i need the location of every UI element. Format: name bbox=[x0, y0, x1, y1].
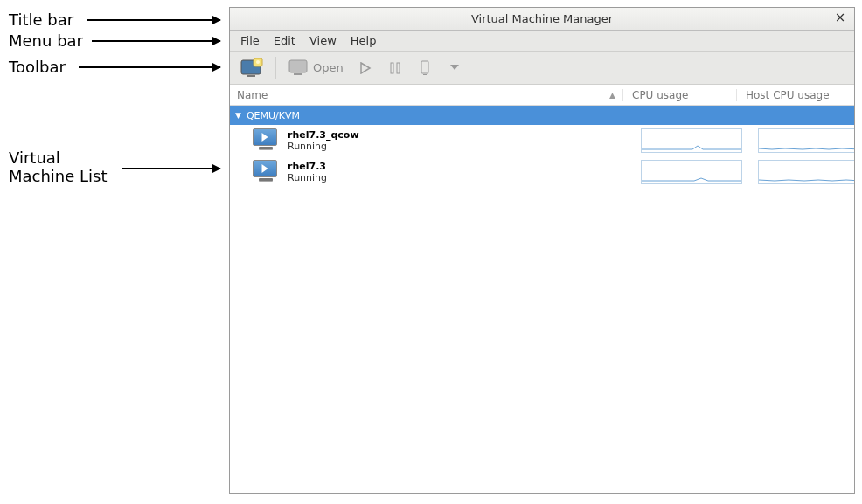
run-button[interactable] bbox=[352, 55, 379, 81]
shutdown-icon bbox=[419, 60, 431, 76]
new-vm-button[interactable] bbox=[235, 55, 268, 81]
vm-name: rhel7.3 bbox=[288, 161, 629, 172]
column-header-host-cpu[interactable]: Host CPU usage bbox=[737, 89, 854, 101]
vm-status: Running bbox=[288, 172, 629, 183]
svg-rect-7 bbox=[391, 63, 393, 73]
app-window: Virtual Machine Manager × File Edit View… bbox=[229, 7, 855, 494]
vm-list: ▼ QEMU/KVM rhel7.3_qcow Running bbox=[230, 106, 854, 493]
open-vm-button[interactable]: Open bbox=[283, 55, 349, 81]
svg-point-3 bbox=[256, 60, 260, 64]
vm-status: Running bbox=[288, 141, 629, 152]
monitor-new-icon bbox=[240, 58, 263, 79]
svg-rect-8 bbox=[397, 63, 400, 73]
menu-help[interactable]: Help bbox=[344, 32, 384, 49]
annotation-menu-bar: Menu bar bbox=[9, 31, 83, 50]
svg-rect-4 bbox=[289, 60, 307, 72]
chevron-down-icon: ▼ bbox=[235, 111, 241, 120]
connection-row[interactable]: ▼ QEMU/KVM bbox=[230, 106, 854, 125]
annotation-toolbar: Toolbar bbox=[9, 58, 66, 76]
open-label: Open bbox=[313, 61, 344, 74]
menu-edit[interactable]: Edit bbox=[267, 32, 302, 49]
svg-rect-9 bbox=[421, 61, 428, 73]
column-header-cpu[interactable]: CPU usage bbox=[623, 89, 737, 101]
svg-rect-1 bbox=[247, 75, 255, 77]
vm-status-icon bbox=[253, 160, 279, 184]
vm-status-icon bbox=[253, 128, 279, 153]
shutdown-menu-button[interactable] bbox=[441, 55, 468, 81]
toolbar-separator bbox=[275, 57, 276, 79]
chevron-down-icon bbox=[450, 65, 459, 72]
arrow-icon bbox=[79, 66, 220, 68]
svg-rect-5 bbox=[294, 73, 302, 75]
title-bar: Virtual Machine Manager × bbox=[230, 8, 854, 31]
play-icon bbox=[359, 62, 372, 74]
svg-marker-6 bbox=[361, 63, 370, 73]
close-button[interactable]: × bbox=[833, 11, 847, 25]
vm-name: rhel7.3_qcow bbox=[288, 129, 629, 141]
arrow-icon bbox=[122, 168, 220, 169]
window-title: Virtual Machine Manager bbox=[471, 12, 613, 25]
svg-rect-10 bbox=[423, 74, 427, 75]
sort-ascending-icon: ▲ bbox=[609, 91, 622, 100]
pause-icon bbox=[389, 62, 401, 74]
annotation-title-bar: Title bar bbox=[9, 10, 73, 29]
svg-marker-11 bbox=[450, 65, 459, 70]
shutdown-button[interactable] bbox=[412, 55, 438, 81]
vm-row[interactable]: rhel7.3 Running bbox=[230, 156, 854, 188]
pause-button[interactable] bbox=[382, 55, 408, 81]
menu-view[interactable]: View bbox=[302, 32, 344, 49]
menu-bar: File Edit View Help bbox=[230, 31, 854, 52]
connection-label: QEMU/KVM bbox=[247, 110, 300, 121]
column-header-name[interactable]: Name ▲ bbox=[230, 89, 623, 101]
vm-row[interactable]: rhel7.3_qcow Running bbox=[230, 125, 854, 156]
cpu-usage-graph bbox=[641, 160, 742, 184]
annotation-vm-list: Virtual Machine List bbox=[9, 148, 108, 185]
host-cpu-usage-graph bbox=[758, 160, 854, 184]
menu-file[interactable]: File bbox=[233, 32, 267, 49]
arrow-icon bbox=[87, 19, 220, 21]
arrow-icon bbox=[92, 40, 220, 42]
column-headers: Name ▲ CPU usage Host CPU usage bbox=[230, 85, 854, 106]
cpu-usage-graph bbox=[641, 128, 742, 153]
monitor-icon bbox=[288, 59, 308, 77]
host-cpu-usage-graph bbox=[758, 128, 854, 153]
toolbar: Open bbox=[230, 52, 854, 85]
